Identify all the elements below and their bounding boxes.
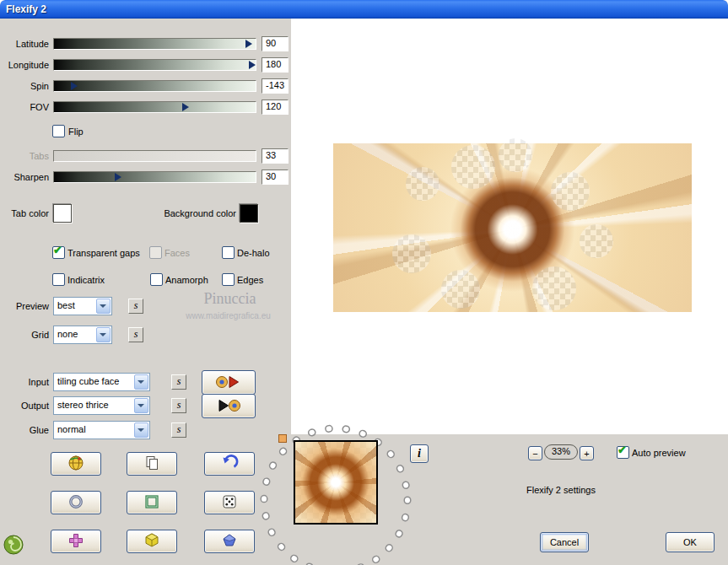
edges-checkbox[interactable] — [222, 273, 235, 286]
zoom-out-button[interactable]: − — [528, 446, 542, 460]
ok-button[interactable]: OK — [666, 532, 715, 552]
de-halo-checkbox[interactable] — [222, 246, 235, 259]
origin-marker[interactable] — [278, 434, 287, 443]
cube-button[interactable] — [127, 530, 177, 553]
preview-panel — [291, 19, 728, 434]
ring-button[interactable] — [51, 491, 101, 514]
glue-dropdown[interactable]: normal — [53, 421, 150, 439]
chevron-down-icon[interactable] — [134, 398, 148, 413]
preview-s-button[interactable]: s — [128, 299, 143, 314]
copy-button[interactable] — [127, 452, 177, 476]
auto-preview-label: Auto preview — [632, 448, 686, 458]
transparent-gaps-checkbox[interactable]: ✔ — [52, 246, 65, 259]
latitude-value[interactable]: 90 — [262, 36, 289, 51]
fov-label: FOV — [0, 102, 49, 112]
chevron-down-icon[interactable] — [134, 422, 148, 438]
chevron-down-icon[interactable] — [96, 299, 111, 314]
zoom-level[interactable]: 33% — [544, 444, 578, 460]
square-button[interactable] — [127, 491, 177, 514]
minus-icon: − — [532, 449, 537, 459]
spin-slider-thumb[interactable] — [71, 82, 78, 90]
longitude-slider[interactable] — [53, 59, 256, 71]
plus-glyph-icon: + — [584, 449, 589, 459]
globe-button[interactable] — [51, 452, 101, 476]
fov-slider-thumb[interactable] — [182, 103, 189, 111]
faces-checkbox — [149, 246, 162, 259]
input-s-button[interactable]: s — [171, 374, 186, 390]
settings-status-text: Flexify 2 settings — [493, 485, 628, 495]
input-render-button[interactable] — [202, 370, 256, 395]
sphere-play-icon — [214, 374, 243, 392]
indicatrix-label: Indicatrix — [67, 275, 105, 285]
input-dropdown[interactable]: tiling cube face — [53, 373, 150, 391]
info-icon: i — [418, 447, 421, 460]
output-dropdown-value: stereo thrice — [57, 400, 109, 410]
fov-value[interactable]: 120 — [262, 100, 289, 115]
faces-label: Faces — [164, 248, 190, 258]
input-dropdown-label: Input — [0, 377, 49, 387]
undo-button[interactable] — [204, 452, 255, 476]
grid-dropdown[interactable]: none — [53, 326, 112, 344]
zoom-in-button[interactable]: + — [580, 446, 594, 460]
window-title: Flexify 2 — [6, 3, 46, 15]
anamorph-checkbox[interactable] — [150, 273, 163, 286]
ghost-circle — [551, 172, 590, 211]
dice-button[interactable] — [204, 491, 255, 514]
cancel-button[interactable]: Cancel — [540, 532, 589, 552]
flip-checkbox[interactable] — [52, 125, 65, 137]
transparent-gaps-label: Transparent gaps — [67, 248, 140, 258]
watermark-name: Pinuccia — [173, 290, 287, 308]
auto-preview-checkbox[interactable]: ✔ — [617, 446, 629, 459]
cube-icon — [143, 531, 161, 552]
anamorph-label: Anamorph — [165, 275, 208, 285]
sharpen-slider[interactable] — [53, 171, 256, 183]
chevron-down-icon[interactable] — [96, 327, 111, 342]
sharpen-label: Sharpen — [0, 172, 49, 182]
output-dropdown[interactable]: stereo thrice — [53, 396, 150, 415]
longitude-slider-thumb[interactable] — [249, 61, 256, 69]
background-color-swatch[interactable] — [240, 204, 258, 223]
flexify-dialog: Flexify 2 Latitude 90 Longitude 180 Spin… — [0, 0, 728, 565]
background-color-label: Background color — [142, 208, 236, 218]
info-button[interactable]: i — [410, 444, 429, 463]
de-halo-label: De-halo — [237, 248, 270, 258]
flip-label: Flip — [68, 126, 84, 137]
indicatrix-checkbox[interactable] — [52, 273, 65, 286]
tabs-slider — [53, 150, 256, 162]
preview-dropdown-value: best — [57, 300, 75, 310]
latitude-label: Latitude — [0, 39, 49, 49]
latitude-slider[interactable] — [53, 38, 256, 50]
output-s-button[interactable]: s — [171, 398, 186, 413]
tab-color-swatch[interactable] — [53, 204, 72, 223]
check-icon: ✔ — [617, 444, 627, 456]
ghost-circle — [451, 145, 495, 189]
grid-s-button[interactable]: s — [128, 327, 143, 342]
titlebar[interactable]: Flexify 2 — [0, 0, 728, 19]
check-icon: ✔ — [53, 244, 62, 256]
latitude-slider-thumb[interactable] — [245, 40, 252, 48]
glue-s-button[interactable]: s — [171, 422, 186, 438]
spin-slider[interactable] — [53, 80, 256, 92]
navigator-thumbnail[interactable] — [294, 440, 378, 525]
tabs-value[interactable]: 33 — [262, 148, 289, 164]
preview-dropdown[interactable]: best — [53, 297, 112, 315]
tabs-label: Tabs — [0, 151, 49, 161]
sharpen-slider-thumb[interactable] — [115, 173, 121, 181]
square-icon — [143, 492, 161, 513]
play-sphere-icon — [214, 397, 243, 416]
spin-value[interactable]: -143 — [262, 78, 289, 94]
copy-icon — [143, 454, 161, 474]
plus-button[interactable] — [51, 530, 101, 553]
longitude-value[interactable]: 180 — [262, 57, 289, 73]
ghost-circle — [532, 266, 576, 310]
ghost-circle — [392, 234, 431, 273]
plus-icon — [67, 531, 85, 552]
preview-image — [333, 143, 692, 312]
flaming-pear-shell-icon[interactable] — [2, 533, 25, 558]
fov-slider[interactable] — [53, 101, 256, 113]
pentagon-button[interactable] — [204, 530, 255, 553]
sharpen-value[interactable]: 30 — [262, 170, 289, 185]
chevron-down-icon[interactable] — [134, 374, 148, 390]
output-render-button[interactable] — [202, 394, 256, 418]
edges-label: Edges — [237, 275, 263, 285]
